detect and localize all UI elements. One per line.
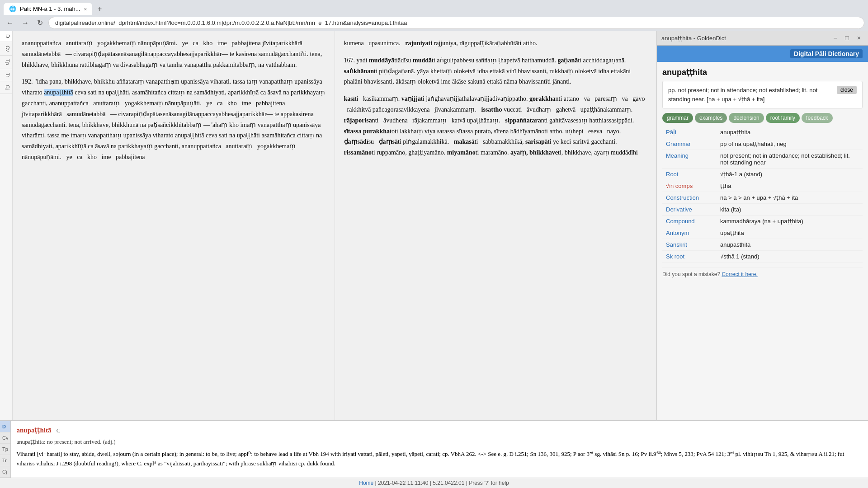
bottom-tab-tp[interactable]: Tp — [0, 444, 10, 455]
bold-ayam: ayaṃ, bhikkhave — [510, 149, 558, 156]
goldendict-window-title: anupaṭṭhita - GoldenDict — [661, 35, 726, 42]
bold-sitassa: sītassa purakkha — [344, 128, 390, 135]
dict-row-value: √sthā 1 (stand) — [717, 251, 863, 263]
dict-table: PāḷianupaṭṭhitaGrammarpp of na upaṭṭhaha… — [662, 127, 863, 263]
bottom-tab-d[interactable]: D — [0, 421, 10, 432]
goldendict-titlebar: anupaṭṭhita - GoldenDict − □ × — [657, 31, 868, 46]
bottom-word-entry: anupaṭṭhitā — [16, 427, 51, 434]
table-row: Meaningnot present; not in attendance; n… — [662, 150, 863, 169]
dict-row-value: ṭṭhā — [717, 180, 863, 192]
definition-close-button[interactable]: close — [837, 86, 857, 94]
sidebar-tabs: D Cv Tp Tr Cj — [0, 31, 13, 420]
bottom-content: anupaṭṭhitā C anupaṭṭhita: no present; n… — [11, 421, 868, 478]
bold-rajapora: rājaporisa — [344, 117, 372, 124]
bold-gananati: gaṇanā — [557, 57, 578, 64]
table-row: Derivativekita (ita) — [662, 204, 863, 216]
bottom-section: D Cv Tp Tr Cj anupaṭṭhitā C anupaṭṭhita:… — [0, 420, 868, 478]
bold-muddayati: muddāyā — [369, 57, 394, 64]
bold-rissamano: rissamāno — [344, 149, 372, 156]
bold-kasiti: kasī — [344, 95, 355, 102]
dict-content: anupaṭṭhita close pp. not present; not i… — [657, 62, 868, 420]
bold-gorakkha: gorakkha — [529, 95, 556, 102]
dict-definition-box: close pp. not present; not in attendance… — [662, 81, 863, 108]
dict-row-label: Compound — [662, 216, 717, 227]
text-para-2: 192. "idha pana, bhikkhave, bhikkhu añña… — [22, 76, 326, 162]
dict-row-value: √ṭhā-1 a (stand) — [717, 169, 863, 180]
sidebar-tab-d[interactable]: D — [0, 31, 12, 42]
dict-row-label: Sk root — [662, 251, 717, 263]
dict-row-label: Meaning — [662, 150, 717, 169]
table-row: Root√ṭhā-1 a (stand) — [662, 169, 863, 180]
bottom-word-marker: C — [57, 427, 61, 434]
dict-row-label: Antonym — [662, 227, 717, 239]
browser-chrome: 🌐 Pāli: MN-a 1 - 3. mah... × + ← → ↻ — [0, 0, 868, 31]
dict-row-value: not present; not in attendance; not esta… — [717, 150, 863, 169]
dict-row-label: √in comps — [662, 180, 717, 192]
bottom-long-def: Viharati [vi+harati] to stay, abide, dwe… — [16, 450, 863, 469]
sidebar-tab-tr[interactable]: Tr — [0, 69, 12, 81]
tab-title: Pāli: MN-a 1 - 3. mah... — [20, 5, 80, 12]
bottom-tab-cj[interactable]: Cj — [0, 466, 10, 478]
bold-sankhananti: saṅkhānan — [344, 68, 374, 75]
page-footer: Home | 2021-04-22 11:11:40 | 5.21.0422.0… — [0, 478, 868, 488]
bold-vanijjati: vaṇijjā — [401, 95, 421, 102]
right-text-column: kumena upasunimca. rajuniyati rajjuniya,… — [335, 31, 657, 420]
table-row: √in compsṭṭhā — [662, 180, 863, 192]
dict-row-label: Sanskrit — [662, 239, 717, 251]
maximize-button[interactable]: □ — [842, 33, 851, 42]
bold-damsati: ḍaṃsā — [379, 138, 398, 145]
tab-bar: 🌐 Pāli: MN-a 1 - 3. mah... × + — [0, 0, 868, 15]
address-bar[interactable] — [48, 17, 864, 29]
bold-muddati: muddā — [413, 57, 432, 64]
back-button[interactable]: ← — [4, 17, 16, 29]
forward-button[interactable]: → — [19, 17, 32, 29]
declension-tab[interactable]: declension — [729, 113, 764, 123]
bottom-tab-tr[interactable]: Tr — [0, 455, 10, 466]
feedback-tab[interactable]: feedback — [802, 113, 833, 123]
dict-row-value: anupaṭṭhita — [717, 127, 863, 138]
text-para-1: ananuppattañca anuttaraṃ yogakkhemaṃ nān… — [22, 38, 326, 70]
active-tab[interactable]: 🌐 Pāli: MN-a 1 - 3. mah... × — [4, 3, 92, 15]
main-area: D Cv Tp Tr Cj ananuppattañca anuttaraṃ y… — [0, 31, 868, 420]
minimize-button[interactable]: − — [830, 33, 840, 42]
table-row: Grammarpp of na upaṭṭhahati, neg — [662, 138, 863, 150]
bottom-sidebar-tabs: D Cv Tp Tr Cj — [0, 421, 11, 478]
app-label: Digital Pāli Dictionary — [790, 49, 863, 58]
reload-button[interactable]: ↻ — [34, 17, 46, 29]
mistake-text: Did you spot a mistake? — [662, 271, 720, 277]
bottom-word-line: anupaṭṭhitā C — [16, 425, 863, 436]
dict-header: Digital Pāli Dictionary — [657, 46, 868, 62]
close-window-button[interactable]: × — [854, 33, 863, 42]
table-row: Sk root√sthā 1 (stand) — [662, 251, 863, 263]
bottom-tab-cv[interactable]: Cv — [0, 432, 10, 444]
highlighted-word: anupaṭṭhitā — [44, 89, 73, 96]
dict-row-label: Root — [662, 169, 717, 180]
bottom-word-short-def: anupaṭṭhita: no present; not arrived. (a… — [16, 437, 863, 447]
bold-miyamano: miyamāno — [447, 149, 476, 156]
grammar-tab[interactable]: grammar — [662, 113, 693, 123]
sidebar-tab-tp[interactable]: Tp — [0, 56, 12, 69]
dict-word-title: anupaṭṭhita — [662, 67, 863, 77]
mistake-link[interactable]: Correct it here. — [722, 271, 757, 277]
table-row: Compoundkammadhāraya (na + upaṭṭhita) — [662, 216, 863, 227]
dict-row-value: kammadhāraya (na + upaṭṭhita) — [717, 216, 863, 227]
dict-row-value: upaṭṭhita — [717, 227, 863, 239]
examples-tab[interactable]: examples — [695, 113, 727, 123]
sidebar-tab-cj[interactable]: Cj — [0, 81, 12, 94]
mistake-line: Did you spot a mistake? Correct it here. — [662, 267, 863, 277]
dict-row-label: Pāḷi — [662, 127, 717, 138]
nav-bar: ← → ↻ — [0, 15, 868, 31]
content-wrapper: D Cv Tp Tr Cj ananuppattañca anuttaraṃ y… — [0, 31, 656, 420]
new-tab-button[interactable]: + — [94, 3, 105, 15]
bold-issattho: issattho — [481, 106, 502, 113]
titlebar-controls: − □ × — [830, 33, 863, 42]
footer-home-link[interactable]: Home — [359, 480, 373, 486]
tab-favicon: 🌐 — [9, 5, 16, 12]
dict-row-label: Derivative — [662, 204, 717, 216]
right-para-1: kumena upasunimca. rajuniyati rajjuniya,… — [344, 38, 648, 49]
table-row: Pāḷianupaṭṭhita — [662, 127, 863, 138]
dict-row-value: kita (ita) — [717, 204, 863, 216]
root-family-tab[interactable]: root family — [766, 113, 800, 123]
tab-close-button[interactable]: × — [84, 6, 87, 12]
sidebar-tab-cv[interactable]: Cv — [0, 42, 12, 56]
